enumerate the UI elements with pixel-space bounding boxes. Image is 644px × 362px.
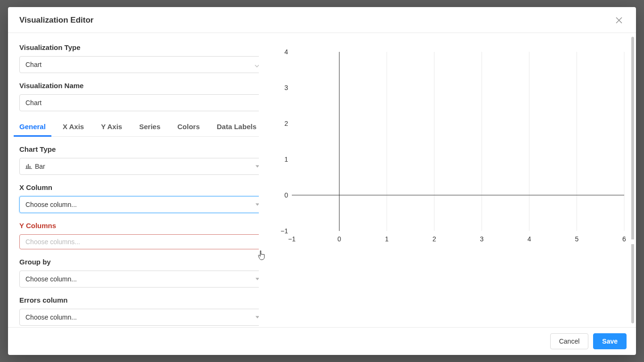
chart-type-select[interactable]: Bar	[19, 158, 259, 175]
chevron-down-icon	[255, 62, 259, 67]
errors-column-select[interactable]: Choose column...	[19, 309, 259, 326]
svg-text:4: 4	[528, 235, 531, 243]
viz-name-label: Visualization Name	[19, 82, 259, 90]
svg-text:4: 4	[284, 48, 288, 56]
svg-text:5: 5	[575, 235, 578, 243]
viz-name-group: Visualization Name Chart	[19, 82, 259, 111]
y-columns-group: Y Columns Choose columns...	[19, 222, 259, 249]
group-by-group: Group by Choose column...	[19, 258, 259, 288]
bar-chart-icon	[25, 164, 32, 169]
viz-type-value: Chart	[25, 61, 41, 68]
svg-text:2: 2	[284, 120, 288, 127]
svg-rect-2	[25, 168, 32, 169]
caret-down-icon	[256, 278, 259, 280]
tab-general[interactable]: General	[19, 120, 46, 136]
close-button[interactable]	[613, 15, 625, 26]
y-columns-placeholder: Choose columns...	[25, 238, 80, 246]
svg-rect-3	[26, 165, 27, 168]
svg-rect-5	[30, 166, 31, 168]
svg-rect-4	[28, 164, 29, 168]
y-columns-label: Y Columns	[19, 222, 259, 230]
viz-name-value: Chart	[25, 99, 41, 107]
chart-preview-panel: −101234−10123456	[259, 33, 636, 327]
svg-text:2: 2	[432, 235, 436, 243]
tab-data-labels[interactable]: Data Labels	[217, 120, 256, 136]
caret-down-icon	[256, 316, 259, 319]
svg-text:−1: −1	[288, 235, 296, 243]
x-column-placeholder: Choose column...	[25, 201, 77, 208]
svg-text:0: 0	[338, 235, 341, 243]
tab-series[interactable]: Series	[139, 120, 160, 136]
errors-column-placeholder: Choose column...	[25, 313, 77, 321]
viz-name-input[interactable]: Chart	[19, 94, 259, 111]
chart-preview: −101234−10123456	[278, 47, 627, 245]
modal-title: Visualization Editor	[19, 16, 93, 25]
errors-column-label: Errors column	[19, 296, 259, 304]
close-icon	[616, 17, 622, 24]
viz-type-group: Visualization Type Chart	[19, 43, 259, 73]
x-column-group: X Column Choose column...	[19, 183, 259, 213]
viz-type-label: Visualization Type	[19, 43, 259, 51]
chart-type-group: Chart Type Bar	[19, 145, 259, 175]
svg-text:3: 3	[480, 235, 484, 243]
x-column-label: X Column	[19, 183, 259, 191]
modal-header: Visualization Editor	[8, 7, 636, 33]
chart-type-value: Bar	[35, 163, 45, 170]
chart-type-label: Chart Type	[19, 145, 259, 153]
tab-y-axis[interactable]: Y Axis	[101, 120, 122, 136]
modal-footer: Cancel Save	[8, 327, 636, 355]
y-columns-select[interactable]: Choose columns...	[19, 234, 259, 249]
svg-text:3: 3	[284, 84, 288, 91]
group-by-select[interactable]: Choose column...	[19, 271, 259, 288]
caret-down-icon	[256, 204, 259, 206]
settings-panel: Visualization Type Chart Visualization N…	[8, 33, 259, 327]
group-by-placeholder: Choose column...	[25, 275, 77, 283]
viz-type-select[interactable]: Chart	[19, 56, 259, 73]
svg-text:−1: −1	[281, 227, 288, 235]
svg-text:0: 0	[284, 191, 288, 199]
tab-x-axis[interactable]: X Axis	[63, 120, 84, 136]
svg-text:1: 1	[385, 235, 389, 243]
tab-colors[interactable]: Colors	[177, 120, 200, 136]
svg-text:1: 1	[284, 156, 288, 163]
visualization-editor-modal: Visualization Editor Visualization Type …	[8, 7, 636, 355]
svg-text:6: 6	[622, 235, 626, 243]
scrollbar-gap	[631, 239, 634, 244]
errors-column-group: Errors column Choose column...	[19, 296, 259, 326]
tab-bar: General X Axis Y Axis Series Colors Data…	[19, 120, 259, 137]
save-button[interactable]: Save	[593, 333, 627, 349]
group-by-label: Group by	[19, 258, 259, 266]
caret-down-icon	[256, 165, 259, 168]
cancel-button[interactable]: Cancel	[550, 333, 589, 349]
x-column-select[interactable]: Choose column...	[19, 196, 259, 213]
scrollbar[interactable]	[631, 37, 634, 323]
modal-body: Visualization Type Chart Visualization N…	[8, 33, 636, 327]
